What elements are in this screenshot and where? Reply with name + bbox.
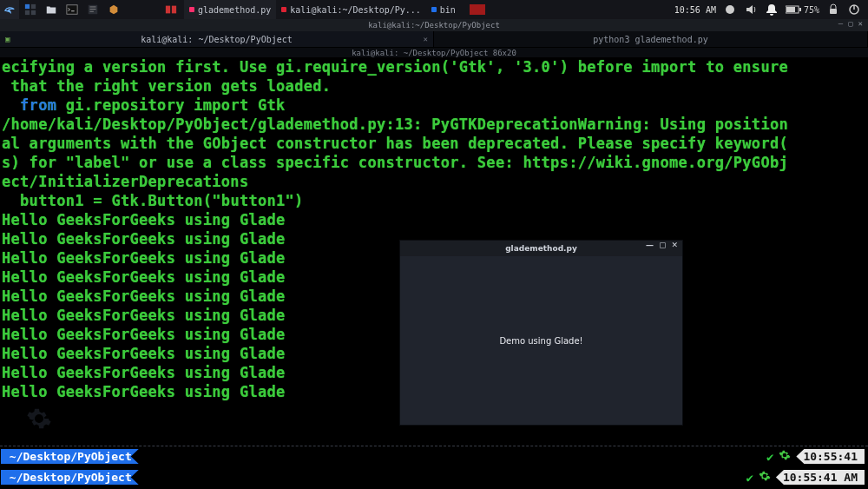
terminal-size-bar: kali@kali: ~/Desktop/PyObject 86x20 — [0, 47, 868, 57]
prompt-time: 10:55:41 AM — [776, 470, 865, 485]
task-terminal[interactable]: kali@kali:~/Desktop/Py... — [276, 0, 426, 19]
files-icon[interactable] — [42, 0, 61, 19]
gtk-body: Demo using Glade! — [400, 256, 682, 425]
kali-menu-icon[interactable] — [0, 0, 19, 19]
gtk-window[interactable]: glademethod.py — ▢ ✕ Demo using Glade! — [399, 240, 683, 426]
power-icon[interactable] — [847, 3, 861, 17]
battery-indicator[interactable]: 75% — [786, 5, 819, 15]
new-tab-icon[interactable]: ▣ — [5, 35, 10, 43]
gtk-label: Demo using Glade! — [499, 336, 582, 346]
svg-rect-10 — [172, 6, 176, 14]
prompt-right-1: ✔ 10:55:41 — [766, 449, 865, 464]
close-icon[interactable]: ✕ — [858, 19, 863, 28]
svg-rect-15 — [830, 9, 837, 14]
svg-point-11 — [726, 5, 734, 14]
task-glademethod[interactable]: glademethod.py — [184, 0, 276, 19]
top-panel: glademethod.py kali@kali:~/Desktop/Py...… — [0, 0, 868, 19]
maximize-icon[interactable]: ▢ — [659, 241, 667, 249]
shell-prompt: ▌ ~/Desktop/PyObject ✔ 10:55:41 ▌ ~/Desk… — [0, 444, 868, 489]
check-icon: ✔ — [746, 471, 753, 485]
svg-rect-13 — [786, 7, 795, 12]
record-icon[interactable] — [723, 3, 737, 17]
svg-rect-6 — [90, 7, 96, 8]
terminal-tabs: ▣ kali@kali: ~/Desktop/PyObject ✕ python… — [0, 31, 868, 47]
system-tray: 10:56 AM 75% — [674, 0, 868, 19]
battery-percent: 75% — [804, 5, 819, 15]
terminal-title: kali@kali:~/Desktop/PyObject — [368, 21, 500, 30]
terminal-tab-2[interactable]: python3 glademethod.py — [434, 31, 868, 47]
maximize-icon[interactable]: ▢ — [848, 19, 852, 28]
panel-clock[interactable]: 10:56 AM — [674, 5, 716, 15]
check-icon: ✔ — [766, 450, 773, 464]
terminal-icon[interactable] — [62, 0, 82, 19]
task-color-icon — [470, 4, 485, 15]
prompt-path: ~/Desktop/PyObject — [1, 449, 139, 464]
desktop-settings-icon — [26, 406, 52, 435]
tab-label: python3 glademethod.py — [593, 35, 707, 44]
svg-rect-1 — [31, 4, 36, 9]
task-bin[interactable]: bin — [426, 0, 461, 19]
prompt-divider — [0, 446, 868, 446]
task-color-icon — [189, 7, 194, 12]
terminal-tab-1[interactable]: ▣ kali@kali: ~/Desktop/PyObject ✕ — [0, 31, 434, 47]
terminal-size-label: kali@kali: ~/Desktop/PyObject 86x20 — [352, 49, 516, 57]
tab-label: kali@kali: ~/Desktop/PyObject — [141, 35, 293, 44]
svg-rect-7 — [90, 9, 96, 10]
svg-rect-14 — [799, 8, 801, 11]
svg-rect-0 — [25, 4, 30, 9]
svg-rect-2 — [25, 10, 30, 15]
prompt-right-2: ✔ 10:55:41 AM — [746, 470, 865, 485]
task-other[interactable] — [461, 0, 494, 19]
minimize-icon[interactable]: — — [646, 241, 654, 249]
panel-left: glademethod.py kali@kali:~/Desktop/Py...… — [0, 0, 494, 19]
svg-rect-8 — [90, 11, 94, 12]
prompt-time: 10:55:41 — [796, 449, 865, 464]
editor-icon[interactable] — [83, 0, 102, 19]
window-list-icon[interactable] — [161, 0, 181, 19]
terminal-window-buttons: — ▢ ✕ — [838, 19, 863, 28]
notifications-icon[interactable] — [765, 3, 779, 17]
lock-icon[interactable] — [826, 3, 840, 17]
svg-rect-9 — [166, 6, 170, 14]
task-label: kali@kali:~/Desktop/Py... — [290, 5, 421, 15]
prompt-line-1[interactable]: ▌ ~/Desktop/PyObject — [2, 449, 139, 464]
workspace-switcher-icon[interactable] — [21, 0, 40, 19]
task-list: glademethod.py kali@kali:~/Desktop/Py...… — [184, 0, 494, 19]
gtk-title: glademethod.py — [505, 244, 577, 253]
svg-rect-3 — [31, 10, 36, 15]
task-color-icon — [431, 7, 437, 12]
task-label: glademethod.py — [198, 5, 271, 15]
task-label: bin — [440, 5, 456, 15]
gtk-titlebar[interactable]: glademethod.py — ▢ ✕ — [400, 241, 682, 256]
gear-icon — [779, 449, 791, 464]
gear-icon — [759, 470, 771, 485]
volume-icon[interactable] — [744, 3, 758, 17]
minimize-icon[interactable]: — — [838, 19, 843, 28]
svg-rect-4 — [67, 5, 77, 15]
prompt-path: ~/Desktop/PyObject — [1, 470, 139, 485]
prompt-line-2[interactable]: ▌ ~/Desktop/PyObject — [2, 470, 139, 485]
task-color-icon — [281, 7, 286, 12]
terminal-titlebar[interactable]: kali@kali:~/Desktop/PyObject — ▢ ✕ — [0, 19, 868, 31]
gtk-window-buttons: — ▢ ✕ — [646, 241, 678, 249]
tab-close-icon[interactable]: ✕ — [424, 35, 428, 43]
app-icon[interactable] — [104, 0, 123, 19]
close-icon[interactable]: ✕ — [671, 241, 678, 249]
